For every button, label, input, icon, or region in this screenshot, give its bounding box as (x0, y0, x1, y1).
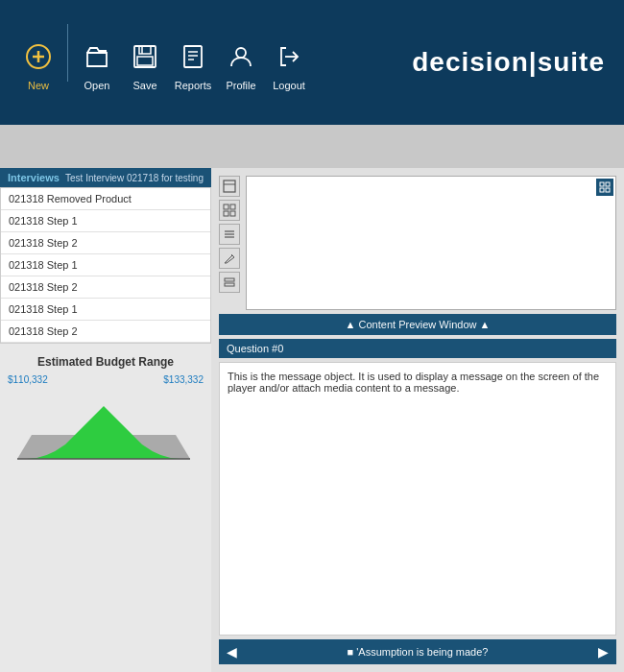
prev-arrow[interactable]: ◀ (227, 644, 237, 660)
budget-high: $133,332 (163, 374, 204, 385)
budget-chart (8, 387, 204, 473)
assumption-label: ■ 'Assumption is being made? (348, 646, 489, 658)
profile-icon (222, 37, 260, 76)
list-item[interactable]: 021318 Step 1 (1, 254, 210, 276)
toolbar: New Open Save (19, 24, 308, 101)
svg-rect-20 (224, 211, 228, 216)
vert-btn-edit[interactable] (219, 248, 240, 269)
save-icon (126, 37, 164, 76)
next-arrow[interactable]: ▶ (598, 644, 609, 660)
assumption-bar: ◀ ■ 'Assumption is being made? ▶ (219, 639, 616, 664)
toolbar-divider-1 (67, 24, 68, 82)
svg-rect-5 (137, 57, 153, 65)
question-label: Question #0 (227, 343, 283, 354)
svg-rect-30 (600, 188, 604, 192)
main-content: Interviews Test Interview 021718 for tes… (0, 168, 624, 672)
svg-rect-18 (224, 204, 228, 209)
interviews-title: Interviews (8, 172, 60, 183)
new-label: New (28, 80, 49, 91)
content-preview-bar[interactable]: ▲ Content Preview Window ▲ (219, 314, 616, 335)
open-label: Open (84, 80, 110, 91)
question-text: This is the message object. It is used t… (228, 371, 599, 394)
svg-point-11 (236, 48, 246, 58)
sub-header (0, 125, 624, 168)
svg-rect-19 (230, 204, 235, 209)
question-header: Question #0 (219, 339, 616, 358)
svg-rect-28 (600, 182, 604, 186)
open-icon (78, 37, 116, 76)
interviews-header: Interviews Test Interview 021718 for tes… (0, 168, 211, 187)
svg-rect-4 (139, 46, 151, 54)
svg-rect-7 (184, 46, 202, 67)
svg-rect-27 (225, 283, 234, 286)
toolbar-item-profile[interactable]: Profile (222, 37, 260, 91)
editor-corner-button[interactable] (596, 179, 613, 196)
toolbar-item-logout[interactable]: Logout (270, 37, 308, 91)
budget-labels: $110,332 $133,332 (8, 374, 204, 385)
logout-icon (270, 37, 308, 76)
toolbar-item-open[interactable]: Open (78, 37, 116, 91)
svg-rect-21 (230, 211, 235, 216)
list-item[interactable]: 021318 Step 1 (1, 299, 210, 321)
save-label: Save (132, 80, 156, 91)
svg-rect-29 (606, 182, 610, 186)
question-content: This is the message object. It is used t… (219, 362, 616, 636)
svg-rect-16 (224, 180, 235, 192)
toolbar-item-new[interactable]: New (19, 37, 58, 91)
list-item[interactable]: 021318 Step 2 (1, 276, 210, 299)
budget-title: Estimated Budget Range (8, 355, 204, 369)
brand-logo: decision|suite (412, 47, 605, 78)
new-icon (19, 37, 58, 76)
vert-btn-grid[interactable] (219, 200, 240, 221)
toolbar-item-save[interactable]: Save (126, 37, 164, 91)
vert-btn-layout[interactable] (219, 176, 240, 197)
list-item[interactable]: 021318 Step 2 (1, 321, 210, 343)
text-editor[interactable] (246, 176, 616, 310)
test-label: Test Interview 021718 for testing (65, 173, 204, 183)
top-banner: New Open Save (0, 0, 624, 125)
right-panel: ▲ Content Preview Window ▲ Question #0 T… (211, 168, 624, 672)
toolbar-item-reports[interactable]: Reports (174, 37, 212, 91)
left-panel: Interviews Test Interview 021718 for tes… (0, 168, 211, 672)
editor-toolbar-vertical (219, 176, 240, 310)
content-preview-label: ▲ Content Preview Window ▲ (346, 319, 491, 330)
budget-low: $110,332 (8, 374, 48, 385)
list-item[interactable]: 021318 Removed Product (1, 188, 210, 210)
list-item[interactable]: 021318 Step 1 (1, 210, 210, 232)
interview-list: 021318 Removed Product 021318 Step 1 021… (0, 187, 211, 344)
reports-label: Reports (175, 80, 212, 91)
list-item[interactable]: 021318 Step 2 (1, 232, 210, 254)
vert-btn-layers[interactable] (219, 272, 240, 293)
logout-label: Logout (273, 80, 305, 91)
vert-btn-list[interactable] (219, 224, 240, 245)
reports-icon (174, 37, 212, 76)
svg-rect-26 (225, 278, 234, 281)
svg-rect-31 (606, 188, 610, 192)
budget-area: Estimated Budget Range $110,332 $133,332 (0, 344, 211, 481)
profile-label: Profile (226, 80, 255, 91)
editor-area (219, 176, 616, 310)
